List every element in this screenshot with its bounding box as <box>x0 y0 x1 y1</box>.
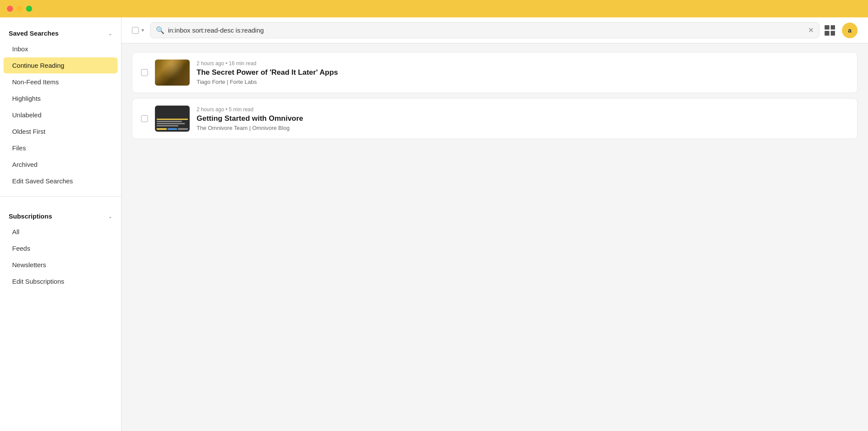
select-all-checkbox[interactable] <box>132 27 139 34</box>
sidebar-item-inbox[interactable]: Inbox <box>3 41 118 57</box>
subscriptions-header[interactable]: Subscriptions ⌄ <box>0 211 121 223</box>
article-author: Tiago Forte | Forte Labs <box>197 79 848 85</box>
sidebar-item-highlights[interactable]: Highlights <box>3 90 118 106</box>
subscriptions-section: Subscriptions ⌄ All Feeds Newsletters Ed… <box>0 200 121 293</box>
saved-searches-section: Saved Searches ⌄ Inbox Continue Reading … <box>0 17 121 193</box>
sidebar-item-label: Oldest First <box>12 128 46 135</box>
avatar[interactable]: a <box>842 23 858 38</box>
article-checkbox[interactable] <box>141 69 148 76</box>
article-meta: 2 hours ago • 16 min read <box>197 60 848 66</box>
app-container: Saved Searches ⌄ Inbox Continue Reading … <box>0 17 868 431</box>
sidebar-item-label: Feeds <box>12 245 30 252</box>
article-author: The Omnivore Team | Omnivore Blog <box>197 125 848 131</box>
table-row[interactable]: 2 hours ago • 16 min read The Secret Pow… <box>132 52 858 93</box>
sidebar-item-label: Inbox <box>12 45 28 53</box>
grid-cell <box>825 25 829 30</box>
search-bar[interactable]: 🔍 ✕ <box>150 22 819 38</box>
sidebar-item-edit-subscriptions[interactable]: Edit Subscriptions <box>3 273 118 289</box>
sidebar-item-label: Continue Reading <box>12 62 64 69</box>
sidebar-item-unlabeled[interactable]: Unlabeled <box>3 107 118 123</box>
grid-view-toggle[interactable] <box>825 25 835 36</box>
article-thumbnail <box>155 106 190 132</box>
search-icon: 🔍 <box>156 26 164 34</box>
sidebar-item-all[interactable]: All <box>3 224 118 240</box>
sidebar-item-label: All <box>12 228 20 235</box>
saved-searches-title: Saved Searches <box>9 30 59 37</box>
sidebar-item-archived[interactable]: Archived <box>3 156 118 172</box>
thumbnail-image <box>155 106 190 132</box>
minimize-button[interactable] <box>16 6 23 12</box>
saved-searches-header[interactable]: Saved Searches ⌄ <box>0 28 121 40</box>
chevron-down-icon: ⌄ <box>108 30 112 36</box>
sidebar-item-label: Highlights <box>12 95 41 102</box>
thumbnail-image <box>155 60 190 86</box>
search-input[interactable] <box>168 27 805 34</box>
article-title: The Secret Power of 'Read It Later' Apps <box>197 68 848 77</box>
select-all-area[interactable]: ▼ <box>132 27 145 34</box>
toolbar: ▼ 🔍 ✕ a <box>122 17 868 43</box>
clear-search-icon[interactable]: ✕ <box>808 26 814 34</box>
sidebar-item-label: Unlabeled <box>12 111 42 119</box>
grid-cell <box>831 31 835 36</box>
sidebar-item-edit-saved-searches[interactable]: Edit Saved Searches <box>3 173 118 189</box>
sidebar-item-label: Edit Subscriptions <box>12 278 64 285</box>
sidebar-item-newsletters[interactable]: Newsletters <box>3 257 118 273</box>
table-row[interactable]: 2 hours ago • 5 min read Getting Started… <box>132 98 858 139</box>
article-checkbox[interactable] <box>141 115 148 122</box>
sidebar-item-label: Archived <box>12 161 37 168</box>
grid-cell <box>831 25 835 30</box>
sidebar: Saved Searches ⌄ Inbox Continue Reading … <box>0 17 122 431</box>
sidebar-item-feeds[interactable]: Feeds <box>3 240 118 256</box>
sidebar-item-files[interactable]: Files <box>3 140 118 156</box>
article-list: 2 hours ago • 16 min read The Secret Pow… <box>122 43 868 431</box>
subscriptions-title: Subscriptions <box>9 212 52 220</box>
article-thumbnail <box>155 60 190 86</box>
sidebar-item-continue-reading[interactable]: Continue Reading <box>3 57 118 73</box>
article-title: Getting Started with Omnivore <box>197 114 848 123</box>
sidebar-item-label: Edit Saved Searches <box>12 177 73 185</box>
chevron-down-icon: ⌄ <box>108 213 112 219</box>
sidebar-item-label: Files <box>12 144 26 152</box>
article-meta: 2 hours ago • 5 min read <box>197 106 848 113</box>
titlebar <box>0 0 868 17</box>
maximize-button[interactable] <box>26 6 32 12</box>
toolbar-right: a <box>825 23 858 38</box>
avatar-letter: a <box>848 27 852 34</box>
chevron-down-icon[interactable]: ▼ <box>141 28 145 33</box>
sidebar-item-oldest-first[interactable]: Oldest First <box>3 123 118 139</box>
sidebar-item-label: Non-Feed Items <box>12 78 59 86</box>
article-info: 2 hours ago • 16 min read The Secret Pow… <box>197 60 848 85</box>
sidebar-item-label: Newsletters <box>12 261 46 269</box>
main-content: ▼ 🔍 ✕ a <box>122 17 868 431</box>
article-info: 2 hours ago • 5 min read Getting Started… <box>197 106 848 131</box>
close-button[interactable] <box>7 6 13 12</box>
grid-cell <box>825 31 829 36</box>
sidebar-item-non-feed-items[interactable]: Non-Feed Items <box>3 74 118 90</box>
sidebar-divider <box>0 196 121 197</box>
